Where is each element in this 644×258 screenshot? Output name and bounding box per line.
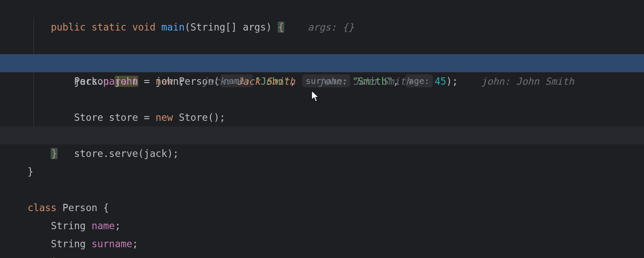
code-line[interactable]: int age;: [0, 235, 644, 253]
code-line[interactable]: }: [0, 144, 644, 163]
type-int: int: [51, 256, 74, 258]
code-editor[interactable]: public static void main(String[] args) {…: [0, 0, 644, 258]
blank-line[interactable]: [0, 163, 644, 181]
caret-line[interactable]: }: [0, 126, 644, 144]
code-line[interactable]: Person jack = new Person(name:"Jack", su…: [0, 18, 644, 36]
code-line[interactable]: store.serve(jack);: [0, 108, 644, 126]
execution-line[interactable]: jack.parent = john; jack: Jack Smith joh…: [0, 54, 644, 72]
code-line[interactable]: Person john = new Person(name:"John", su…: [0, 36, 644, 54]
code-line[interactable]: jack.addMoney(amount:50);: [0, 90, 644, 108]
code-line[interactable]: String surname;: [0, 217, 644, 235]
code-line[interactable]: class Person {: [0, 181, 644, 199]
code-line[interactable]: Store store = new Store();: [0, 72, 644, 90]
code-line[interactable]: public static void main(String[] args) {…: [0, 0, 644, 18]
semicolon: ;: [91, 256, 97, 258]
code-line[interactable]: String name;: [0, 199, 644, 217]
field-age: age: [74, 256, 92, 258]
